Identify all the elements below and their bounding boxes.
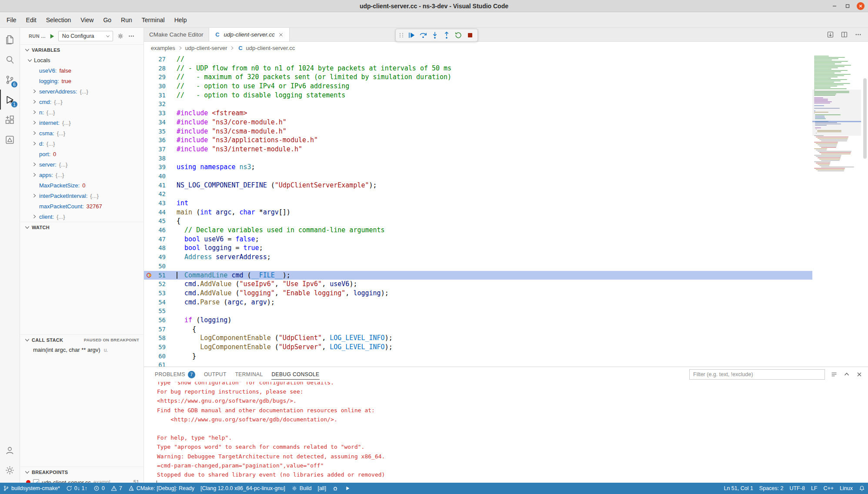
code-line[interactable]: 58 LogComponentEnable ("UdpClient", LOG_… bbox=[144, 334, 812, 343]
start-debugging-icon[interactable] bbox=[49, 33, 55, 40]
gutter-glyph-margin[interactable] bbox=[144, 262, 155, 271]
status-bug[interactable] bbox=[329, 483, 341, 494]
variable-row[interactable]: MaxPacketSize:0 bbox=[20, 180, 144, 190]
status-utf-8[interactable]: UTF-8 bbox=[786, 483, 808, 494]
code-line[interactable]: 29// - maximum of 320 packets sent (or l… bbox=[144, 73, 812, 82]
close-window-icon[interactable] bbox=[857, 2, 865, 10]
menu-go[interactable]: Go bbox=[98, 12, 116, 27]
continue-icon[interactable] bbox=[405, 30, 417, 41]
code-line[interactable]: 43int bbox=[144, 199, 812, 208]
gutter-glyph-margin[interactable] bbox=[144, 307, 155, 316]
breadcrumb-item[interactable]: udp-client-server bbox=[185, 45, 227, 51]
status-buildsystem-cmake[interactable]: buildsystem-cmake* bbox=[0, 483, 63, 494]
code-line[interactable]: 48 bool logging = true; bbox=[144, 244, 812, 253]
debug-gear-icon[interactable] bbox=[117, 33, 124, 40]
variable-row[interactable]: cmd:{...} bbox=[20, 97, 144, 107]
code-line[interactable]: 35#include "ns3/csma-module.h" bbox=[144, 127, 812, 136]
gutter-glyph-margin[interactable] bbox=[144, 172, 155, 181]
console-input-row[interactable]: > bbox=[144, 479, 868, 483]
extensions-icon[interactable] bbox=[0, 110, 20, 130]
panel-tab-output[interactable]: OUTPUT bbox=[200, 367, 230, 382]
gutter-glyph-margin[interactable] bbox=[144, 352, 155, 361]
gutter-glyph-margin[interactable] bbox=[144, 55, 155, 64]
code-line[interactable]: 55 bbox=[144, 307, 812, 316]
variable-row[interactable]: n:{...} bbox=[20, 107, 144, 117]
call-stack-frame[interactable]: main(int argc, char ** argv) u. bbox=[20, 345, 144, 355]
code-line[interactable]: 51 CommandLine cmd (__FILE__); bbox=[144, 271, 812, 280]
scrollbar-thumb[interactable] bbox=[863, 78, 867, 159]
code-line[interactable]: 28// - UDP flow from n0 to n1 of 1024 by… bbox=[144, 64, 812, 73]
code-line[interactable]: 36#include "ns3/applications-module.h" bbox=[144, 136, 812, 145]
tab-cmake-cache-editor[interactable]: CMake Cache Editor bbox=[144, 28, 209, 41]
breadcrumb-item[interactable]: udp-client-server.cc bbox=[246, 45, 295, 51]
code-line[interactable]: 37#include "ns3/internet-module.h" bbox=[144, 145, 812, 154]
minimap-viewport[interactable] bbox=[812, 90, 861, 136]
variable-row[interactable]: d:{...} bbox=[20, 138, 144, 149]
variables-section-header[interactable]: VARIABLES bbox=[20, 44, 144, 55]
gutter-glyph-margin[interactable] bbox=[144, 73, 155, 82]
code-line[interactable]: 40 bbox=[144, 172, 812, 181]
debug-current-line-icon[interactable] bbox=[144, 271, 155, 280]
code-line[interactable]: 53 cmd.AddValue ("logging", "Enable logg… bbox=[144, 289, 812, 298]
gutter-glyph-margin[interactable] bbox=[144, 127, 155, 136]
variable-row[interactable]: logging:true bbox=[20, 76, 144, 86]
code-line[interactable]: 57 { bbox=[144, 325, 812, 334]
status-linux[interactable]: Linux bbox=[837, 483, 856, 494]
code-line[interactable]: 32 bbox=[144, 100, 812, 109]
code-line[interactable]: 41NS_LOG_COMPONENT_DEFINE ("UdpClientSer… bbox=[144, 181, 812, 190]
menu-help[interactable]: Help bbox=[170, 12, 192, 27]
run-and-debug-icon[interactable]: 1 bbox=[0, 90, 20, 110]
gutter-glyph-margin[interactable] bbox=[144, 145, 155, 154]
panel-tab-debug-console[interactable]: DEBUG CONSOLE bbox=[268, 367, 324, 382]
breadcrumb-item[interactable]: examples bbox=[151, 45, 175, 51]
source-control-icon[interactable]: 6 bbox=[0, 70, 20, 90]
status-play[interactable] bbox=[341, 483, 354, 494]
code-line[interactable]: 31// - option to disable logging stateme… bbox=[144, 91, 812, 100]
gutter-glyph-margin[interactable] bbox=[144, 316, 155, 325]
gutter-glyph-margin[interactable] bbox=[144, 64, 155, 73]
minimap[interactable] bbox=[814, 56, 860, 367]
search-icon[interactable] bbox=[0, 50, 20, 70]
code-line[interactable]: 61 bbox=[144, 360, 812, 367]
cmake-tools-icon[interactable] bbox=[0, 130, 20, 150]
gutter-glyph-margin[interactable] bbox=[144, 360, 155, 367]
gutter-glyph-margin[interactable] bbox=[144, 244, 155, 253]
close-tab-icon[interactable] bbox=[278, 32, 284, 38]
variable-row[interactable]: serverAddress:{...} bbox=[20, 86, 144, 97]
minimize-icon[interactable] bbox=[831, 2, 838, 10]
menu-view[interactable]: View bbox=[76, 12, 98, 27]
step-out-icon[interactable] bbox=[441, 30, 452, 41]
gutter-glyph-margin[interactable] bbox=[144, 163, 155, 172]
status-cmake-debug-ready[interactable]: CMake: [Debug]: Ready bbox=[125, 483, 197, 494]
account-icon[interactable] bbox=[0, 440, 20, 460]
code-line[interactable]: 44main (int argc, char *argv[]) bbox=[144, 208, 812, 217]
code-line[interactable]: 54 cmd.Parse (argc, argv); bbox=[144, 298, 812, 307]
variable-row[interactable]: port:0 bbox=[20, 149, 144, 159]
variable-row[interactable]: interPacketInterval:{...} bbox=[20, 190, 144, 201]
call-stack-section-header[interactable]: CALL STACK PAUSED ON BREAKPOINT bbox=[20, 334, 144, 345]
restart-icon[interactable] bbox=[452, 30, 464, 41]
panel-options-icon[interactable] bbox=[831, 371, 838, 378]
code-line[interactable]: 39using namespace ns3; bbox=[144, 163, 812, 172]
menu-terminal[interactable]: Terminal bbox=[137, 12, 170, 27]
gutter-glyph-margin[interactable] bbox=[144, 82, 155, 91]
variable-row[interactable]: apps:{...} bbox=[20, 170, 144, 180]
status-lf[interactable]: LF bbox=[808, 483, 821, 494]
status-0[interactable]: 0 bbox=[90, 483, 108, 494]
stop-icon[interactable] bbox=[464, 30, 476, 41]
split-editor-icon[interactable] bbox=[841, 31, 848, 38]
gutter-glyph-margin[interactable] bbox=[144, 343, 155, 352]
gutter-glyph-margin[interactable] bbox=[144, 280, 155, 289]
gutter-glyph-margin[interactable] bbox=[144, 208, 155, 217]
explorer-icon[interactable] bbox=[0, 30, 20, 50]
code-line[interactable]: 46 // Declare variables used in command-… bbox=[144, 226, 812, 235]
gutter-glyph-margin[interactable] bbox=[144, 226, 155, 235]
status-bell[interactable] bbox=[856, 483, 868, 494]
code-editor[interactable]: 27//28// - UDP flow from n0 to n1 of 102… bbox=[144, 54, 868, 367]
gutter-glyph-margin[interactable] bbox=[144, 217, 155, 226]
maximize-panel-icon[interactable] bbox=[843, 371, 850, 378]
gutter-glyph-margin[interactable] bbox=[144, 136, 155, 145]
code-line[interactable]: 47 bool useV6 = false; bbox=[144, 235, 812, 244]
gutter-glyph-margin[interactable] bbox=[144, 298, 155, 307]
gutter-glyph-margin[interactable] bbox=[144, 109, 155, 118]
